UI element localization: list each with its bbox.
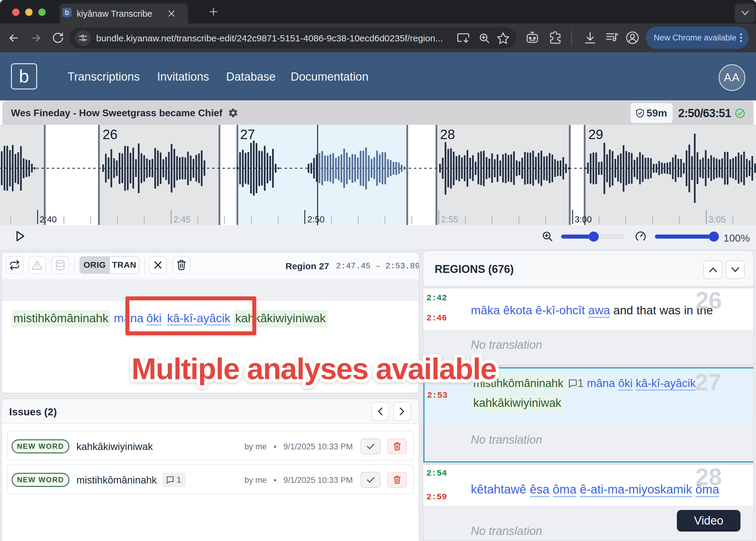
svg-text:2:50: 2:50 bbox=[308, 215, 325, 224]
svg-text:26: 26 bbox=[103, 127, 118, 142]
svg-text:28: 28 bbox=[440, 127, 455, 142]
svg-text:2:55: 2:55 bbox=[441, 215, 458, 224]
svg-text:27: 27 bbox=[240, 127, 255, 142]
svg-text:29: 29 bbox=[588, 127, 603, 142]
svg-text:2:40: 2:40 bbox=[40, 215, 57, 224]
svg-text:3:00: 3:00 bbox=[575, 215, 592, 224]
svg-text:3:05: 3:05 bbox=[709, 215, 726, 224]
svg-text:2:45: 2:45 bbox=[174, 215, 191, 224]
